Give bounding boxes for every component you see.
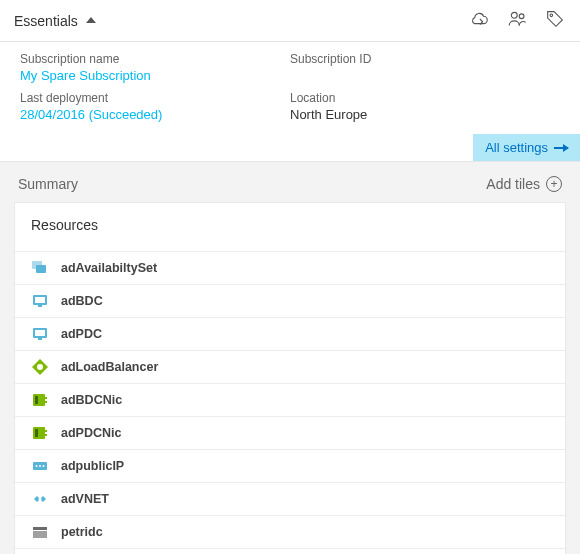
svg-point-2 bbox=[550, 14, 553, 17]
field-subscription-id: Subscription ID bbox=[290, 52, 560, 83]
vm-icon bbox=[31, 325, 49, 343]
vnet-icon bbox=[31, 490, 49, 508]
resource-name: adPDCNic bbox=[61, 426, 121, 440]
svg-point-23 bbox=[39, 465, 41, 467]
resources-title: Resources bbox=[15, 203, 565, 251]
svg-point-25 bbox=[39, 498, 42, 501]
resource-row[interactable]: petridc bbox=[15, 515, 565, 548]
svg-rect-6 bbox=[35, 297, 45, 303]
field-label: Subscription ID bbox=[290, 52, 560, 66]
svg-rect-18 bbox=[35, 429, 38, 437]
users-icon[interactable] bbox=[506, 8, 528, 33]
essentials-body: Subscription name My Spare Subscription … bbox=[0, 42, 580, 134]
vm-icon bbox=[31, 292, 49, 310]
resources-card: Resources adAvailabiltySetadBDCadPDCadLo… bbox=[14, 202, 566, 554]
svg-rect-7 bbox=[38, 305, 42, 307]
summary-title: Summary bbox=[18, 176, 78, 192]
resource-row[interactable]: adPDC bbox=[15, 317, 565, 350]
svg-point-12 bbox=[37, 364, 43, 370]
field-last-deployment: Last deployment 28/04/2016 (Succeeded) bbox=[20, 91, 290, 122]
essentials-header: Essentials bbox=[0, 0, 580, 42]
summary-panel: Summary Add tiles + Resources adAvailabi… bbox=[0, 161, 580, 554]
resource-row[interactable]: adVNET bbox=[15, 482, 565, 515]
arrow-right-icon bbox=[554, 147, 568, 149]
resource-name: adVNET bbox=[61, 492, 109, 506]
resource-name: adPDC bbox=[61, 327, 102, 341]
all-settings-row: All settings bbox=[0, 134, 580, 161]
resource-name: adLoadBalancer bbox=[61, 360, 158, 374]
svg-rect-10 bbox=[38, 338, 42, 340]
essentials-toggle[interactable]: Essentials bbox=[14, 13, 96, 29]
resource-name: adAvailabiltySet bbox=[61, 261, 157, 275]
svg-point-24 bbox=[43, 465, 45, 467]
svg-rect-19 bbox=[45, 430, 47, 432]
last-deployment-link[interactable]: 28/04/2016 (Succeeded) bbox=[20, 107, 290, 122]
svg-rect-14 bbox=[35, 396, 38, 404]
svg-rect-17 bbox=[33, 427, 45, 439]
svg-rect-9 bbox=[35, 330, 45, 336]
svg-rect-27 bbox=[33, 531, 47, 538]
resource-name: adpublicIP bbox=[61, 459, 124, 473]
svg-rect-20 bbox=[45, 434, 47, 436]
svg-rect-15 bbox=[45, 397, 47, 399]
svg-point-0 bbox=[511, 12, 517, 18]
field-label: Last deployment bbox=[20, 91, 290, 105]
public-ip-icon bbox=[31, 457, 49, 475]
resource-row[interactable]: adBDC bbox=[15, 284, 565, 317]
resource-row[interactable]: adBDCNic bbox=[15, 383, 565, 416]
load-balancer-icon bbox=[31, 358, 49, 376]
svg-rect-26 bbox=[33, 527, 47, 530]
plus-icon: + bbox=[546, 176, 562, 192]
resource-row[interactable]: adpublicIP bbox=[15, 449, 565, 482]
all-settings-label: All settings bbox=[485, 140, 548, 155]
storage-icon bbox=[31, 523, 49, 541]
nic-icon bbox=[31, 391, 49, 409]
add-tiles-label: Add tiles bbox=[486, 176, 540, 192]
resource-list: adAvailabiltySetadBDCadPDCadLoadBalancer… bbox=[15, 251, 565, 548]
field-label: Location bbox=[290, 91, 560, 105]
nic-icon bbox=[31, 424, 49, 442]
location-value: North Europe bbox=[290, 107, 560, 122]
add-tiles-button[interactable]: Add tiles + bbox=[486, 176, 562, 192]
svg-rect-4 bbox=[36, 265, 46, 273]
subscription-name-link[interactable]: My Spare Subscription bbox=[20, 68, 290, 83]
all-settings-button[interactable]: All settings bbox=[473, 134, 580, 161]
svg-point-22 bbox=[36, 465, 38, 467]
availability-set-icon bbox=[31, 259, 49, 277]
cloud-icon[interactable] bbox=[468, 8, 490, 33]
header-icon-group bbox=[468, 8, 566, 33]
svg-rect-16 bbox=[45, 401, 47, 403]
resource-row[interactable]: adLoadBalancer bbox=[15, 350, 565, 383]
field-label: Subscription name bbox=[20, 52, 290, 66]
resource-row[interactable]: adAvailabiltySet bbox=[15, 251, 565, 284]
svg-rect-13 bbox=[33, 394, 45, 406]
resources-footer-spacer bbox=[15, 548, 565, 554]
resource-name: petridc bbox=[61, 525, 103, 539]
chevron-up-icon bbox=[86, 17, 96, 23]
resource-row[interactable]: adPDCNic bbox=[15, 416, 565, 449]
field-location: Location North Europe bbox=[290, 91, 560, 122]
summary-header: Summary Add tiles + bbox=[14, 176, 566, 192]
svg-point-1 bbox=[519, 14, 524, 19]
field-subscription-name: Subscription name My Spare Subscription bbox=[20, 52, 290, 83]
resource-name: adBDCNic bbox=[61, 393, 122, 407]
essentials-title: Essentials bbox=[14, 13, 78, 29]
tag-icon[interactable] bbox=[544, 8, 566, 33]
resource-name: adBDC bbox=[61, 294, 103, 308]
